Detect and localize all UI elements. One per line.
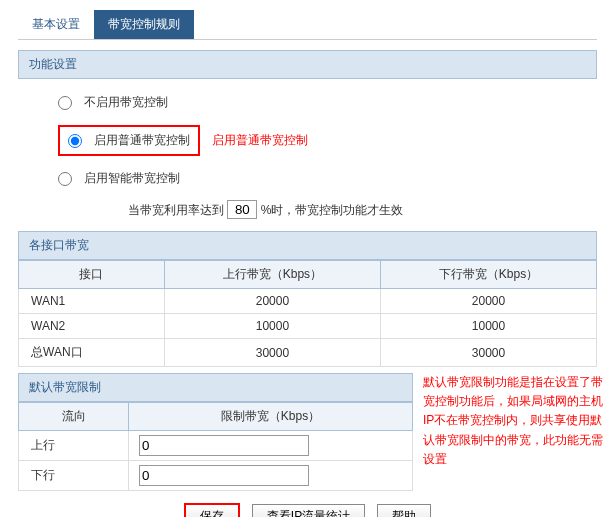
radio-normal-label: 启用普通带宽控制 [94,132,190,149]
util-suffix: %时，带宽控制功能才生效 [261,203,404,217]
downlink-limit-input[interactable] [139,465,309,486]
save-button[interactable]: 保存 [184,503,240,517]
col-dir: 流向 [19,403,129,431]
radio-smart-label: 启用智能带宽控制 [84,170,180,187]
tab-bar: 基本设置 带宽控制规则 [18,10,597,40]
limit-section-header: 默认带宽限制 [18,373,413,402]
normal-annotation: 启用普通带宽控制 [212,132,308,149]
port-bandwidth-table: 接口 上行带宽（Kbps） 下行带宽（Kbps） WAN1 20000 2000… [18,260,597,367]
radio-disable[interactable] [58,96,72,110]
col-up: 上行带宽（Kbps） [164,261,380,289]
table-row: 下行 [19,461,413,491]
radio-disable-label: 不启用带宽控制 [84,94,168,111]
col-port: 接口 [19,261,165,289]
view-stats-button[interactable]: 查看IP流量统计 [252,504,365,517]
table-row: WAN1 20000 20000 [19,289,597,314]
table-row: 上行 [19,431,413,461]
radio-normal[interactable] [68,134,82,148]
tab-basic[interactable]: 基本设置 [18,10,94,39]
help-button[interactable]: 帮助 [377,504,431,517]
table-row: WAN2 10000 10000 [19,314,597,339]
highlighted-normal-option: 启用普通带宽控制 [58,125,200,156]
util-input[interactable] [227,200,257,219]
radio-smart[interactable] [58,172,72,186]
col-down: 下行带宽（Kbps） [380,261,596,289]
limit-annotation: 默认带宽限制功能是指在设置了带宽控制功能后，如果局域网的主机IP不在带宽控制内，… [423,373,603,469]
default-limit-table: 流向 限制带宽（Kbps） 上行 下行 [18,402,413,491]
tab-rules[interactable]: 带宽控制规则 [94,10,194,39]
col-limit: 限制带宽（Kbps） [129,403,413,431]
port-section-header: 各接口带宽 [18,231,597,260]
util-prefix: 当带宽利用率达到 [128,203,224,217]
uplink-limit-input[interactable] [139,435,309,456]
table-row: 总WAN口 30000 30000 [19,339,597,367]
function-section-header: 功能设置 [18,50,597,79]
